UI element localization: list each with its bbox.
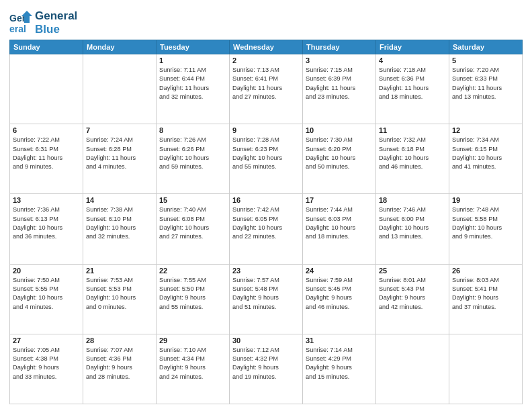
day-info: Sunrise: 8:01 AMSunset: 5:43 PMDaylight:…: [379, 276, 446, 312]
calendar-cell: 28Sunrise: 7:07 AMSunset: 4:36 PMDayligh…: [83, 334, 157, 404]
day-info: Sunrise: 7:24 AMSunset: 6:28 PMDaylight:…: [86, 136, 153, 171]
calendar-header-saturday: Saturday: [449, 40, 523, 54]
day-info: Sunrise: 8:03 AMSunset: 5:41 PMDaylight:…: [452, 276, 519, 312]
day-info: Sunrise: 7:11 AMSunset: 6:44 PMDaylight:…: [159, 66, 226, 101]
calendar-header-wednesday: Wednesday: [230, 40, 303, 54]
day-info: Sunrise: 7:59 AMSunset: 5:45 PMDaylight:…: [306, 276, 373, 312]
calendar-cell: 27Sunrise: 7:05 AMSunset: 4:38 PMDayligh…: [10, 334, 83, 404]
day-info: Sunrise: 7:18 AMSunset: 6:36 PMDaylight:…: [379, 66, 446, 101]
day-number: 23: [232, 267, 300, 275]
day-number: 13: [13, 196, 80, 204]
day-number: 20: [13, 267, 80, 275]
day-info: Sunrise: 7:05 AMSunset: 4:38 PMDaylight:…: [13, 346, 80, 381]
day-info: Sunrise: 7:48 AMSunset: 5:58 PMDaylight:…: [452, 205, 519, 241]
calendar-cell: 4Sunrise: 7:18 AMSunset: 6:36 PMDaylight…: [376, 54, 449, 124]
day-number: 27: [13, 336, 80, 345]
calendar-cell: [10, 54, 83, 124]
day-number: 6: [13, 126, 80, 134]
day-number: 2: [232, 56, 300, 64]
day-info: Sunrise: 7:26 AMSunset: 6:26 PMDaylight:…: [159, 136, 226, 171]
calendar-week-3: 13Sunrise: 7:36 AMSunset: 6:13 PMDayligh…: [10, 194, 523, 264]
calendar-cell: [376, 334, 449, 404]
calendar-header-monday: Monday: [83, 40, 157, 54]
day-info: Sunrise: 7:34 AMSunset: 6:15 PMDaylight:…: [452, 136, 519, 171]
header: Gen eral GeneralBlue: [9, 7, 523, 36]
day-info: Sunrise: 7:55 AMSunset: 5:50 PMDaylight:…: [159, 276, 226, 312]
day-info: Sunrise: 7:42 AMSunset: 6:05 PMDaylight:…: [232, 205, 300, 241]
day-info: Sunrise: 7:38 AMSunset: 6:10 PMDaylight:…: [86, 205, 153, 241]
calendar-cell: 2Sunrise: 7:13 AMSunset: 6:41 PMDaylight…: [230, 54, 303, 124]
calendar-cell: 26Sunrise: 8:03 AMSunset: 5:41 PMDayligh…: [449, 264, 523, 334]
day-info: Sunrise: 7:14 AMSunset: 4:29 PMDaylight:…: [306, 346, 373, 381]
day-number: 8: [159, 126, 226, 134]
day-info: Sunrise: 7:22 AMSunset: 6:31 PMDaylight:…: [13, 136, 80, 171]
day-number: 22: [159, 267, 226, 275]
calendar-cell: 8Sunrise: 7:26 AMSunset: 6:26 PMDaylight…: [157, 124, 230, 194]
day-number: 30: [232, 336, 300, 345]
calendar-cell: 14Sunrise: 7:38 AMSunset: 6:10 PMDayligh…: [83, 194, 157, 264]
day-info: Sunrise: 7:13 AMSunset: 6:41 PMDaylight:…: [232, 66, 300, 101]
calendar-cell: 21Sunrise: 7:53 AMSunset: 5:53 PMDayligh…: [83, 264, 157, 334]
calendar-cell: 11Sunrise: 7:32 AMSunset: 6:18 PMDayligh…: [376, 124, 449, 194]
calendar-cell: 30Sunrise: 7:12 AMSunset: 4:32 PMDayligh…: [230, 334, 303, 404]
day-number: 5: [452, 56, 519, 64]
day-number: 26: [452, 267, 519, 275]
day-number: 7: [86, 126, 153, 134]
calendar-table: SundayMondayTuesdayWednesdayThursdayFrid…: [9, 40, 523, 404]
day-number: 1: [159, 56, 226, 64]
day-number: 14: [86, 196, 153, 204]
day-info: Sunrise: 7:15 AMSunset: 6:39 PMDaylight:…: [306, 66, 373, 101]
day-info: Sunrise: 7:40 AMSunset: 6:08 PMDaylight:…: [159, 205, 226, 241]
day-number: 18: [379, 196, 446, 204]
calendar-cell: 25Sunrise: 8:01 AMSunset: 5:43 PMDayligh…: [376, 264, 449, 334]
calendar-cell: 6Sunrise: 7:22 AMSunset: 6:31 PMDaylight…: [10, 124, 83, 194]
calendar-week-4: 20Sunrise: 7:50 AMSunset: 5:55 PMDayligh…: [10, 264, 523, 334]
calendar-cell: 16Sunrise: 7:42 AMSunset: 6:05 PMDayligh…: [230, 194, 303, 264]
calendar-cell: 12Sunrise: 7:34 AMSunset: 6:15 PMDayligh…: [449, 124, 523, 194]
calendar-cell: 17Sunrise: 7:44 AMSunset: 6:03 PMDayligh…: [303, 194, 376, 264]
calendar-cell: 15Sunrise: 7:40 AMSunset: 6:08 PMDayligh…: [157, 194, 230, 264]
calendar-cell: 19Sunrise: 7:48 AMSunset: 5:58 PMDayligh…: [449, 194, 523, 264]
calendar-cell: 29Sunrise: 7:10 AMSunset: 4:34 PMDayligh…: [157, 334, 230, 404]
day-info: Sunrise: 7:36 AMSunset: 6:13 PMDaylight:…: [13, 205, 80, 241]
day-number: 4: [379, 56, 446, 64]
day-info: Sunrise: 7:46 AMSunset: 6:00 PMDaylight:…: [379, 205, 446, 241]
day-number: 11: [379, 126, 446, 134]
day-info: Sunrise: 7:20 AMSunset: 6:33 PMDaylight:…: [452, 66, 519, 101]
day-info: Sunrise: 7:50 AMSunset: 5:55 PMDaylight:…: [13, 276, 80, 312]
day-number: 21: [86, 267, 153, 275]
calendar-week-2: 6Sunrise: 7:22 AMSunset: 6:31 PMDaylight…: [10, 124, 523, 194]
calendar-cell: 22Sunrise: 7:55 AMSunset: 5:50 PMDayligh…: [157, 264, 230, 334]
day-number: 31: [306, 336, 373, 345]
day-info: Sunrise: 7:10 AMSunset: 4:34 PMDaylight:…: [159, 346, 226, 381]
day-number: 24: [306, 267, 373, 275]
calendar-cell: 18Sunrise: 7:46 AMSunset: 6:00 PMDayligh…: [376, 194, 449, 264]
day-number: 25: [379, 267, 446, 275]
calendar-cell: 9Sunrise: 7:28 AMSunset: 6:23 PMDaylight…: [230, 124, 303, 194]
day-info: Sunrise: 7:53 AMSunset: 5:53 PMDaylight:…: [86, 276, 153, 312]
day-info: Sunrise: 7:57 AMSunset: 5:48 PMDaylight:…: [232, 276, 300, 312]
page: Gen eral GeneralBlue SundayMondayTuesday…: [0, 0, 532, 411]
logo: Gen eral GeneralBlue: [9, 9, 77, 36]
day-number: 12: [452, 126, 519, 134]
day-info: Sunrise: 7:32 AMSunset: 6:18 PMDaylight:…: [379, 136, 446, 171]
day-number: 3: [306, 56, 373, 64]
day-number: 15: [159, 196, 226, 204]
calendar-header-tuesday: Tuesday: [157, 40, 230, 54]
day-number: 17: [306, 196, 373, 204]
calendar-cell: 10Sunrise: 7:30 AMSunset: 6:20 PMDayligh…: [303, 124, 376, 194]
day-number: 19: [452, 196, 519, 204]
calendar-cell: 3Sunrise: 7:15 AMSunset: 6:39 PMDaylight…: [303, 54, 376, 124]
calendar-cell: 5Sunrise: 7:20 AMSunset: 6:33 PMDaylight…: [449, 54, 523, 124]
calendar-cell: 1Sunrise: 7:11 AMSunset: 6:44 PMDaylight…: [157, 54, 230, 124]
svg-text:eral: eral: [9, 24, 26, 34]
calendar-cell: 31Sunrise: 7:14 AMSunset: 4:29 PMDayligh…: [303, 334, 376, 404]
day-info: Sunrise: 7:12 AMSunset: 4:32 PMDaylight:…: [232, 346, 300, 381]
day-info: Sunrise: 7:28 AMSunset: 6:23 PMDaylight:…: [232, 136, 300, 171]
calendar-cell: 24Sunrise: 7:59 AMSunset: 5:45 PMDayligh…: [303, 264, 376, 334]
calendar-cell: [449, 334, 523, 404]
day-number: 10: [306, 126, 373, 134]
day-number: 28: [86, 336, 153, 345]
day-info: Sunrise: 7:07 AMSunset: 4:36 PMDaylight:…: [86, 346, 153, 381]
calendar-week-1: 1Sunrise: 7:11 AMSunset: 6:44 PMDaylight…: [10, 54, 523, 124]
